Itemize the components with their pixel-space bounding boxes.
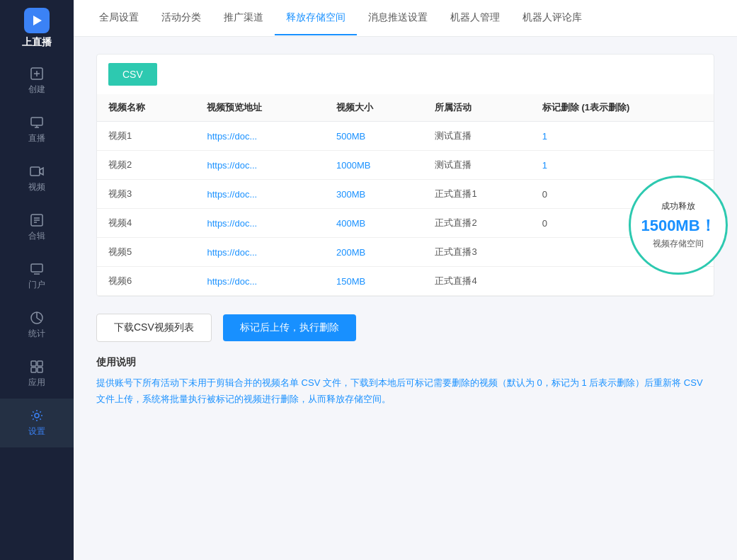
table-container: CSV 视频名称 视频预览地址 视频大小 所属活动 标记删除 (1表示删除) 视… <box>96 54 714 297</box>
instructions-text: 提供账号下所有活动下未用于剪辑合并的视频名单 CSV 文件，下载到本地后可标记需… <box>96 375 714 408</box>
svg-rect-19 <box>38 361 42 366</box>
cell-video-name: 视频3 <box>97 180 195 209</box>
svg-rect-21 <box>38 367 42 372</box>
tab-channel[interactable]: 推广渠道 <box>212 1 275 35</box>
cell-video-name: 视频2 <box>97 151 195 180</box>
sidebar-logo: 上直播 <box>0 0 74 57</box>
csv-button[interactable]: CSV <box>108 63 157 86</box>
cell-video-size: 1000MB <box>325 151 423 180</box>
cell-video-size: 200MB <box>325 238 423 267</box>
sidebar-item-stats-label: 统计 <box>28 328 45 340</box>
sidebar-item-video-label: 视频 <box>28 181 45 193</box>
svg-rect-13 <box>31 264 42 272</box>
cell-activity: 正式直播1 <box>423 180 530 209</box>
cell-video-name: 视频1 <box>97 122 195 151</box>
svg-point-22 <box>35 413 39 418</box>
sidebar-item-apps-label: 应用 <box>28 377 45 389</box>
cell-video-name: 视频5 <box>97 238 195 267</box>
cell-video-url[interactable]: https://doc... <box>195 267 325 296</box>
content-area: CSV 视频名称 视频预览地址 视频大小 所属活动 标记删除 (1表示删除) 视… <box>74 37 737 560</box>
svg-rect-20 <box>31 367 36 372</box>
col-name: 视频名称 <box>97 94 195 122</box>
video-icon <box>30 164 44 178</box>
logo-text: 上直播 <box>22 36 52 49</box>
sidebar-item-settings[interactable]: 设置 <box>0 399 74 447</box>
table-row: 视频2https://doc...1000MB测试直播1 <box>97 151 714 180</box>
logo-icon <box>24 8 50 33</box>
tab-global[interactable]: 全局设置 <box>88 1 150 35</box>
cell-video-size: 500MB <box>325 122 423 151</box>
cell-video-url[interactable]: https://doc... <box>195 209 325 238</box>
cell-activity: 正式直播2 <box>423 209 530 238</box>
cell-video-name: 视频4 <box>97 209 195 238</box>
cell-delete-flag: 1 <box>531 122 714 151</box>
cell-video-name: 视频6 <box>97 267 195 296</box>
settings-icon <box>30 408 44 423</box>
tab-storage[interactable]: 释放存储空间 <box>275 1 357 35</box>
success-circle: 成功释放 1500MB！ 视频存储空间 <box>629 176 728 275</box>
instructions: 使用说明 提供账号下所有活动下未用于剪辑合并的视频名单 CSV 文件，下载到本地… <box>96 356 714 408</box>
cell-video-size: 150MB <box>325 267 423 296</box>
col-activity: 所属活动 <box>423 94 530 122</box>
sidebar-item-apps[interactable]: 应用 <box>0 350 74 399</box>
sidebar-item-edit[interactable]: 合辑 <box>0 203 74 252</box>
sidebar-item-portal-label: 门户 <box>28 279 45 291</box>
cell-video-size: 400MB <box>325 209 423 238</box>
apps-icon <box>30 360 44 374</box>
tab-category[interactable]: 活动分类 <box>150 1 212 35</box>
cell-video-url[interactable]: https://doc... <box>195 238 325 267</box>
cell-video-size: 300MB <box>325 180 423 209</box>
instructions-title: 使用说明 <box>96 356 714 369</box>
svg-line-17 <box>37 318 41 321</box>
tab-robot-comment[interactable]: 机器人评论库 <box>511 1 593 35</box>
sidebar-item-video[interactable]: 视频 <box>0 154 74 203</box>
sidebar-item-live[interactable]: 直播 <box>0 105 74 154</box>
sidebar-item-create[interactable]: 创建 <box>0 57 74 105</box>
chart-icon <box>30 311 44 325</box>
edit-icon <box>30 213 44 227</box>
monitor-icon <box>30 115 44 130</box>
download-csv-button[interactable]: 下载CSV视频列表 <box>96 314 212 342</box>
sidebar-item-create-label: 创建 <box>28 84 45 96</box>
cell-delete-flag: 1 <box>531 151 714 180</box>
tab-bar: 全局设置 活动分类 推广渠道 释放存储空间 消息推送设置 机器人管理 机器人评论… <box>74 0 737 37</box>
table-row: 视频5https://doc...200MB正式直播3 <box>97 238 714 267</box>
success-label: 成功释放 <box>661 200 695 212</box>
table-row: 视频3https://doc...300MB正式直播10 <box>97 180 714 209</box>
cell-video-url[interactable]: https://doc... <box>195 151 325 180</box>
col-url: 视频预览地址 <box>195 94 325 122</box>
sidebar-item-live-label: 直播 <box>28 132 45 144</box>
svg-rect-7 <box>30 167 40 176</box>
cell-video-url[interactable]: https://doc... <box>195 180 325 209</box>
cell-activity: 正式直播3 <box>423 238 530 267</box>
table-row: 视频4https://doc...400MB正式直播20 <box>97 209 714 238</box>
svg-marker-0 <box>33 16 42 25</box>
cell-video-url[interactable]: https://doc... <box>195 122 325 151</box>
bottom-actions: 下载CSV视频列表 标记后上传，执行删除 <box>96 314 714 342</box>
sidebar: 上直播 创建 直播 视频 合辑 <box>0 0 74 560</box>
table-row: 视频1https://doc...500MB测试直播1 <box>97 122 714 151</box>
execute-delete-button[interactable]: 标记后上传，执行删除 <box>223 314 356 341</box>
desktop-icon <box>30 262 44 276</box>
tab-message[interactable]: 消息推送设置 <box>357 1 439 35</box>
plus-square-icon <box>30 67 44 81</box>
success-value: 1500MB！ <box>641 215 715 236</box>
sidebar-item-settings-label: 设置 <box>28 425 45 438</box>
svg-rect-18 <box>31 361 36 366</box>
col-delete: 标记删除 (1表示删除) <box>531 94 714 122</box>
sidebar-item-stats[interactable]: 统计 <box>0 301 74 350</box>
cell-activity: 测试直播 <box>423 122 530 151</box>
col-size: 视频大小 <box>325 94 423 122</box>
cell-activity: 正式直播4 <box>423 267 530 296</box>
cell-activity: 测试直播 <box>423 151 530 180</box>
success-sublabel: 视频存储空间 <box>653 238 704 250</box>
sidebar-item-portal[interactable]: 门户 <box>0 252 74 301</box>
sidebar-item-edit-label: 合辑 <box>28 230 45 242</box>
table-row: 视频6https://doc...150MB正式直播4 <box>97 267 714 296</box>
main-area: 全局设置 活动分类 推广渠道 释放存储空间 消息推送设置 机器人管理 机器人评论… <box>74 0 737 560</box>
video-table: 视频名称 视频预览地址 视频大小 所属活动 标记删除 (1表示删除) 视频1ht… <box>97 94 714 296</box>
svg-rect-4 <box>31 118 42 125</box>
tab-robot-manage[interactable]: 机器人管理 <box>439 1 511 35</box>
